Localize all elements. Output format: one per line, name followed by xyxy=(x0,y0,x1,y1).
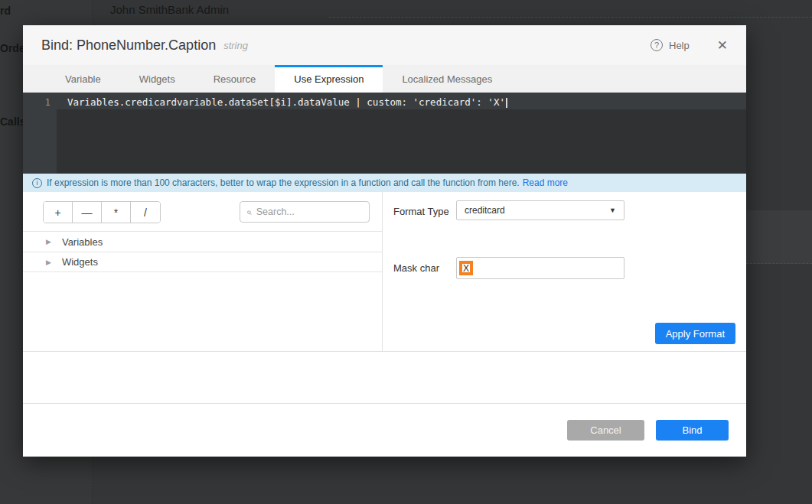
help-icon[interactable]: ? xyxy=(651,39,663,51)
plus-operator-button[interactable]: + xyxy=(44,202,73,223)
info-banner: i If expression is more than 100 charact… xyxy=(23,174,746,192)
expression-code-editor[interactable]: 1 Variables.credicardvariable.dataSet[$i… xyxy=(23,93,746,174)
tab-use-expression[interactable]: Use Expression xyxy=(275,65,383,93)
close-icon[interactable]: ✕ xyxy=(717,39,728,52)
expression-text: Variables.credicardvariable.dataSet[$i].… xyxy=(67,96,505,108)
expression-builder-pane: + — * / ⌕ ▶ Variables ▶ Widgets xyxy=(23,192,383,351)
format-type-value: creditcard xyxy=(465,205,505,216)
mask-char-label: Mask char xyxy=(393,262,439,274)
chevron-right-icon: ▶ xyxy=(46,238,51,245)
background-panel xyxy=(746,210,812,264)
search-input[interactable] xyxy=(256,206,363,217)
tree-item-label: Widgets xyxy=(62,256,98,268)
mask-char-input[interactable]: X xyxy=(456,257,624,279)
format-type-select[interactable]: creditcard ▼ xyxy=(456,200,624,220)
cancel-button[interactable]: Cancel xyxy=(567,420,644,441)
sidebar-item-fragment: rd xyxy=(0,5,11,17)
chevron-down-icon: ▼ xyxy=(609,206,616,214)
read-more-link[interactable]: Read more xyxy=(523,177,568,188)
apply-format-button[interactable]: Apply Format xyxy=(655,323,735,344)
background-user-title: John SmithBank Admin xyxy=(110,3,229,16)
editor-cursor xyxy=(506,98,507,108)
tree-item-widgets[interactable]: ▶ Widgets xyxy=(23,252,382,272)
operator-button-group: + — * / xyxy=(43,201,161,223)
info-icon: i xyxy=(32,178,42,188)
bind-button[interactable]: Bind xyxy=(656,420,729,441)
dialog-body: + — * / ⌕ ▶ Variables ▶ Widgets xyxy=(23,192,746,352)
editor-line-number: 1 xyxy=(23,96,51,108)
help-button[interactable]: Help xyxy=(669,40,690,51)
minus-operator-button[interactable]: — xyxy=(73,202,102,223)
dialog-tab-bar: Variable Widgets Resource Use Expression… xyxy=(23,65,746,93)
binding-source-tree: ▶ Variables ▶ Widgets xyxy=(23,231,382,272)
sidebar-item-fragment: Calls xyxy=(0,115,25,128)
format-options-pane: Format Type creditcard ▼ Mask char X App… xyxy=(383,192,746,351)
dialog-header: Bind: PhoneNumber.Caption string ? Help … xyxy=(23,25,746,65)
tab-localized-messages[interactable]: Localized Messages xyxy=(383,65,511,93)
search-box[interactable]: ⌕ xyxy=(240,201,370,223)
chevron-right-icon: ▶ xyxy=(46,259,51,266)
format-type-label: Format Type xyxy=(393,206,449,217)
background-dashed-border xyxy=(329,17,812,18)
tree-item-variables[interactable]: ▶ Variables xyxy=(23,231,382,252)
mask-char-highlighted-value: X xyxy=(459,261,473,275)
expression-code-line[interactable]: Variables.credicardvariable.dataSet[$i].… xyxy=(67,96,507,108)
dialog-title: Bind: PhoneNumber.Caption xyxy=(41,37,216,54)
divide-operator-button[interactable]: / xyxy=(131,202,160,223)
dialog-subtitle: string xyxy=(223,40,248,51)
bind-dialog: Bind: PhoneNumber.Caption string ? Help … xyxy=(23,25,746,457)
footer-divider xyxy=(23,403,746,404)
info-banner-text: If expression is more than 100 character… xyxy=(47,177,520,188)
tree-item-label: Variables xyxy=(62,236,103,248)
tab-widgets[interactable]: Widgets xyxy=(120,65,194,93)
multiply-operator-button[interactable]: * xyxy=(102,202,131,223)
tab-resource[interactable]: Resource xyxy=(194,65,276,93)
search-icon: ⌕ xyxy=(246,206,252,217)
tab-variable[interactable]: Variable xyxy=(46,65,120,93)
